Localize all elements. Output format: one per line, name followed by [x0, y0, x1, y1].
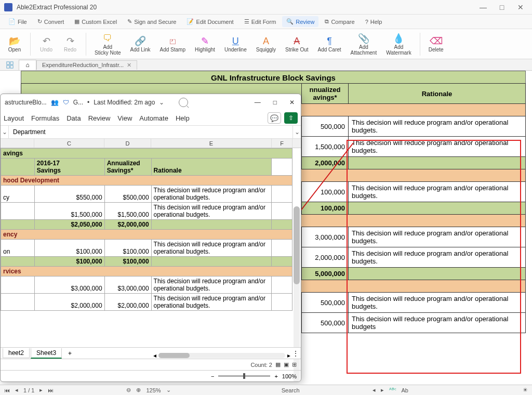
ribbon-sticky-note[interactable]: 🗨Add Sticky Note: [91, 32, 124, 57]
page-next-button[interactable]: ▸: [39, 387, 43, 393]
nav-prev[interactable]: ◂: [373, 387, 376, 393]
col-header-d[interactable]: D: [104, 139, 151, 148]
page-first-button[interactable]: ⏮: [4, 387, 10, 393]
add-sheet-button[interactable]: +: [63, 350, 77, 357]
namebox-dropdown[interactable]: ⌄: [1, 126, 9, 138]
home-icon[interactable]: ⌂: [19, 60, 36, 70]
underline-icon: U: [230, 35, 241, 47]
document-tab[interactable]: ExpenditureReduction_Infrastr... ✕: [36, 60, 137, 70]
menu-review[interactable]: 🔍Review: [282, 16, 318, 27]
excel-minimize-button[interactable]: —: [255, 99, 261, 106]
svg-rect-0: [7, 61, 9, 64]
page-last-button[interactable]: ⏭: [48, 387, 54, 393]
sheet-tab-3[interactable]: Sheet3: [31, 348, 62, 359]
spellcheck-icon[interactable]: ᴬᴮᶜ: [389, 387, 396, 393]
ribbon-add-watermark[interactable]: 💧Add Watermark: [383, 32, 415, 57]
excel-close-button[interactable]: ✕: [289, 99, 295, 106]
menu-bar: 📄File ↻Convert ▦Custom Excel ✎Sign and S…: [0, 15, 532, 29]
ribbon-underline[interactable]: UUnderline: [221, 34, 250, 54]
zoom-out-main[interactable]: ⊖: [126, 387, 131, 393]
excel-title-cell[interactable]: avings: [1, 149, 292, 159]
panel-toggle-icon[interactable]: [1, 60, 19, 70]
menu-help[interactable]: ?Help: [361, 17, 387, 27]
ribbon-open[interactable]: 📂Open: [4, 34, 25, 54]
tab-close-icon[interactable]: ✕: [127, 62, 131, 69]
zoom-level[interactable]: 100%: [282, 373, 297, 379]
svg-rect-2: [7, 65, 9, 68]
strikeout-icon: A: [291, 35, 302, 47]
zoom-out-button[interactable]: −: [211, 373, 214, 379]
ribbon-undo[interactable]: ↶Undo: [36, 34, 57, 54]
excel-maximize-button[interactable]: □: [273, 99, 277, 106]
ribbon-redo[interactable]: ↷Redo: [60, 34, 81, 54]
ribbon-add-stamp[interactable]: ⏍Add Stamp: [157, 34, 189, 54]
status-count: Count: 2: [250, 362, 272, 368]
view-break-icon[interactable]: ⊞: [292, 361, 297, 368]
menu-edit-form[interactable]: ☰Edit Form: [240, 16, 281, 27]
minimize-button[interactable]: —: [480, 4, 486, 10]
menu-custom-excel[interactable]: ▦Custom Excel: [70, 16, 121, 27]
ribbon-highlight[interactable]: ✎Highlight: [192, 34, 218, 54]
menu-convert[interactable]: ↻Convert: [33, 16, 69, 27]
view-layout-icon[interactable]: ▣: [284, 361, 289, 368]
highlight-icon: ✎: [199, 35, 210, 47]
excel-subtotal: $2,050,000$2,000,000: [1, 220, 292, 230]
ribbon-add-attachment[interactable]: 📎Add Attachment: [348, 32, 380, 57]
search-icon[interactable]: [179, 98, 188, 107]
excel-menu-data[interactable]: Data: [66, 114, 81, 122]
excel-last-modified[interactable]: Last Modified: 2m ago: [94, 99, 155, 106]
zoom-slider[interactable]: [218, 375, 270, 377]
zoom-in-button[interactable]: +: [274, 373, 277, 379]
zoom-in-main[interactable]: ⊕: [136, 387, 141, 393]
caret-icon: ¶: [324, 35, 335, 47]
excel-menu-view[interactable]: View: [117, 114, 132, 122]
ribbon-add-caret[interactable]: ¶Add Caret: [315, 34, 344, 54]
zoom-value-main[interactable]: 125%: [146, 387, 161, 393]
pdf-title: GNL Infrastructure Block Savings: [21, 71, 526, 85]
excel-menu-review[interactable]: Review: [88, 114, 111, 122]
ribbon-delete[interactable]: ⌫Delete: [425, 34, 447, 54]
excel-grid[interactable]: C D E F avings 2016-17 Savings Annualize…: [1, 139, 301, 311]
nav-next[interactable]: ▸: [381, 387, 384, 393]
comments-button[interactable]: 💬: [268, 112, 281, 124]
excel-section-row[interactable]: rvices: [1, 267, 292, 276]
excel-status-bar: Count: 2 ▦ ▣ ⊞: [1, 359, 301, 370]
formula-expand[interactable]: ⌄: [292, 126, 301, 138]
excel-menu-automate[interactable]: Automate: [139, 114, 168, 122]
page-indicator: 1 / 1: [23, 387, 34, 393]
excel-section-row[interactable]: hood Development: [1, 176, 292, 186]
ribbon-add-link[interactable]: 🔗Add Link: [127, 34, 154, 54]
col-header-c[interactable]: C: [34, 139, 104, 148]
ribbon-strikeout[interactable]: AStrike Out: [282, 34, 311, 54]
attachment-icon: 📎: [358, 33, 369, 44]
page-prev-button[interactable]: ◂: [15, 387, 18, 393]
settings-icon[interactable]: ☀: [523, 387, 528, 393]
col-annualized: nnualized avings*: [302, 84, 349, 104]
excel-row: $2,000,000$2,000,000This decision will r…: [1, 294, 292, 311]
excel-section-row[interactable]: ency: [1, 230, 292, 240]
excel-menu-help[interactable]: Help: [176, 114, 190, 122]
sheet-menu[interactable]: ⋮: [292, 350, 299, 357]
share-button[interactable]: ⇧: [284, 112, 298, 124]
menu-edit-document[interactable]: 📝Edit Document: [182, 16, 237, 27]
menu-compare[interactable]: ⧉Compare: [321, 16, 358, 27]
chevron-down-icon[interactable]: ⌄: [159, 99, 164, 106]
menu-file[interactable]: 📄File: [4, 16, 31, 27]
maximize-button[interactable]: □: [499, 4, 505, 10]
shield-icon: 🛡: [63, 99, 69, 106]
excel-menu-layout[interactable]: Layout: [4, 114, 24, 122]
col-header-f[interactable]: F: [272, 139, 292, 148]
share-people-icon[interactable]: 👥: [51, 99, 59, 106]
ribbon-squiggly[interactable]: ASquiggly: [253, 34, 279, 54]
name-box[interactable]: [9, 127, 292, 137]
excel-subtotal: $100,000$100,000: [1, 257, 292, 267]
ribbon: 📂Open ↶Undo ↷Redo 🗨Add Sticky Note 🔗Add …: [0, 29, 532, 59]
search-label[interactable]: Search: [282, 387, 300, 393]
excel-hscroll[interactable]: ◂ ▸: [151, 352, 292, 359]
close-button[interactable]: ✕: [517, 4, 524, 10]
excel-menu-formulas[interactable]: Formulas: [31, 114, 59, 122]
sheet-tab-2[interactable]: heet2: [3, 348, 30, 358]
view-normal-icon[interactable]: ▦: [275, 361, 281, 368]
col-header-e[interactable]: E: [151, 139, 272, 148]
menu-sign[interactable]: ✎Sign and Secure: [123, 16, 180, 27]
